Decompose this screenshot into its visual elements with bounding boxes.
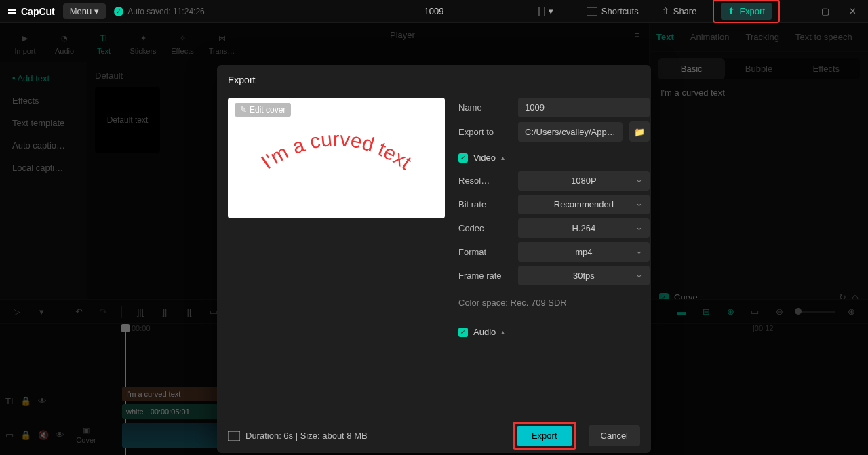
export-modal: Export ✎ Edit cover I'm a curved text Na… bbox=[217, 65, 651, 453]
duration-text: Duration: 6s | Size: about 8 MB bbox=[245, 431, 368, 441]
cover-preview: ✎ Edit cover I'm a curved text bbox=[228, 98, 445, 218]
codec-label: Codec bbox=[458, 223, 511, 233]
share-icon: ⇧ bbox=[662, 6, 669, 16]
export-to-row: Export to C:/Users/cvalley/App… 📁 bbox=[458, 121, 650, 142]
svg-text:I'm a curved text: I'm a curved text bbox=[257, 127, 416, 173]
export-label: Export bbox=[739, 6, 765, 16]
svg-rect-4 bbox=[587, 7, 597, 16]
duration-info: Duration: 6s | Size: about 8 MB bbox=[228, 431, 368, 441]
video-checkbox[interactable]: ✓ bbox=[458, 153, 468, 163]
svg-rect-6 bbox=[228, 431, 240, 441]
layout-icon bbox=[534, 7, 545, 16]
maximize-button[interactable]: ▢ bbox=[816, 3, 834, 20]
export-confirm-highlight: Export bbox=[513, 422, 576, 450]
layout-button[interactable]: ▾ bbox=[527, 3, 560, 20]
collapse-icon-2[interactable]: ▴ bbox=[501, 328, 505, 336]
cover-column: ✎ Edit cover I'm a curved text bbox=[228, 98, 445, 412]
modal-body: ✎ Edit cover I'm a curved text Name Expo… bbox=[217, 92, 651, 418]
framerate-label: Frame rate bbox=[458, 271, 511, 281]
export-to-label: Export to bbox=[458, 127, 511, 137]
audio-label: Audio bbox=[473, 327, 496, 337]
format-select[interactable]: mp4 bbox=[518, 242, 650, 262]
codec-select[interactable]: H.264 bbox=[518, 218, 650, 238]
titlebar: CapCut Menu ▾ ✓ Auto saved: 11:24:26 100… bbox=[0, 0, 868, 23]
keyboard-icon bbox=[587, 7, 597, 16]
framerate-select[interactable]: 30fps bbox=[518, 266, 650, 285]
resolution-label: Resol… bbox=[458, 176, 511, 186]
pencil-icon: ✎ bbox=[240, 105, 247, 115]
svg-rect-1 bbox=[8, 12, 16, 14]
menu-label: Menu bbox=[70, 6, 92, 16]
check-icon: ✓ bbox=[114, 7, 123, 16]
cancel-button[interactable]: Cancel bbox=[589, 425, 640, 446]
audio-section-header: ✓ Audio ▴ bbox=[458, 327, 650, 337]
autosave-status: ✓ Auto saved: 11:24:26 bbox=[114, 7, 204, 16]
name-label: Name bbox=[458, 102, 511, 113]
modal-title: Export bbox=[217, 65, 651, 92]
video-section-header: ✓ Video ▴ bbox=[458, 153, 650, 163]
autosave-text: Auto saved: 11:24:26 bbox=[127, 7, 204, 16]
video-label: Video bbox=[473, 153, 496, 163]
audio-checkbox[interactable]: ✓ bbox=[458, 328, 468, 337]
project-title: 1009 bbox=[425, 6, 444, 16]
export-confirm-button[interactable]: Export bbox=[517, 426, 572, 446]
titlebar-right: ▾ Shortcuts ⇧ Share ⬆ Export — ▢ ✕ bbox=[527, 0, 861, 23]
app-logo: CapCut bbox=[7, 6, 55, 17]
curved-text-preview: I'm a curved text bbox=[241, 119, 431, 198]
export-button[interactable]: ⬆ Export bbox=[721, 3, 772, 20]
edit-cover-label: Edit cover bbox=[250, 105, 285, 115]
capcut-icon bbox=[7, 6, 18, 17]
export-path[interactable]: C:/Users/cvalley/App… bbox=[518, 122, 623, 142]
modal-footer: Duration: 6s | Size: about 8 MB Export C… bbox=[217, 418, 651, 453]
format-label: Format bbox=[458, 247, 511, 257]
menu-button[interactable]: Menu ▾ bbox=[63, 3, 106, 19]
export-button-highlight: ⬆ Export bbox=[713, 0, 780, 23]
shortcuts-label: Shortcuts bbox=[601, 6, 639, 16]
minimize-button[interactable]: — bbox=[789, 3, 807, 20]
svg-rect-0 bbox=[8, 9, 16, 11]
share-button[interactable]: ⇧ Share bbox=[655, 3, 704, 20]
share-label: Share bbox=[673, 6, 697, 16]
main: ▶Import ◔Audio TIText ✦Stickers ✧Effects… bbox=[0, 23, 868, 455]
collapse-icon[interactable]: ▴ bbox=[501, 154, 505, 161]
name-row: Name bbox=[458, 98, 650, 117]
shortcuts-button[interactable]: Shortcuts bbox=[580, 3, 646, 20]
export-form: Name Export to C:/Users/cvalley/App… 📁 ✓… bbox=[458, 98, 654, 412]
edit-cover-button[interactable]: ✎ Edit cover bbox=[235, 103, 291, 117]
bitrate-label: Bit rate bbox=[458, 199, 511, 210]
export-icon: ⬆ bbox=[728, 6, 735, 16]
resolution-select[interactable]: 1080P bbox=[518, 171, 650, 191]
chevron-down-icon: ▾ bbox=[94, 6, 99, 16]
bitrate-select[interactable]: Recommended bbox=[518, 195, 650, 214]
film-icon bbox=[228, 431, 240, 441]
close-button[interactable]: ✕ bbox=[844, 3, 861, 20]
app-name: CapCut bbox=[21, 6, 55, 17]
colorspace-info: Color space: Rec. 709 SDR bbox=[458, 298, 650, 308]
name-input[interactable] bbox=[518, 98, 650, 117]
browse-folder-button[interactable]: 📁 bbox=[629, 121, 650, 142]
